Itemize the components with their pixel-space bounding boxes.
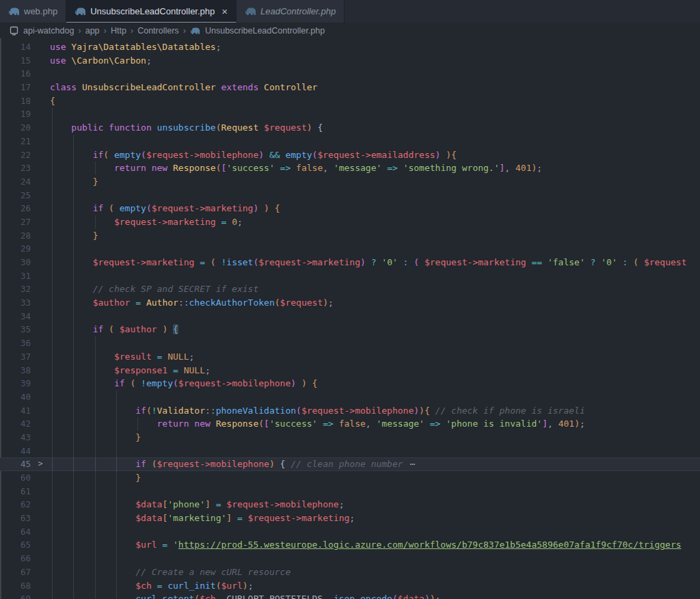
- tab-lead-controller[interactable]: LeadController.php: [237, 0, 345, 23]
- code-text: }: [50, 471, 700, 485]
- code-token: }: [135, 432, 141, 442]
- code-token: [50, 581, 135, 591]
- code-token: [269, 203, 275, 213]
- code-token: $request->mobilephone: [157, 459, 269, 469]
- code-text: [50, 242, 700, 256]
- code-token: curl_setopt: [135, 594, 194, 599]
- indent-guide: [73, 148, 74, 162]
- tab-label: LeadController.php: [260, 6, 336, 16]
- code-token: 401: [515, 163, 531, 173]
- code-token: empty: [285, 150, 312, 160]
- breadcrumb-item-project[interactable]: api-watchdog: [23, 26, 74, 36]
- code-text: [50, 336, 700, 350]
- indent-guide: [52, 215, 53, 229]
- indent-guide: [52, 417, 53, 431]
- code-text: [50, 390, 700, 404]
- line-number: 25: [0, 189, 31, 202]
- line-number: 63: [0, 511, 31, 525]
- fold-gutter: [31, 471, 50, 485]
- indent-guide: [73, 242, 74, 256]
- url-link[interactable]: https://prod-55.westeurope.logic.azure.c…: [178, 540, 682, 550]
- indent-guide: [95, 417, 96, 431]
- code-line: 19: [0, 107, 700, 121]
- code-editor[interactable]: 14use Yajra\Datatables\Datatables;15use …: [0, 38, 700, 599]
- code-token: ;: [328, 297, 334, 308]
- code-token: [50, 217, 114, 227]
- line-number: 34: [0, 310, 31, 323]
- code-line: 63 $data['marketing'] = $request->market…: [0, 511, 700, 525]
- breadcrumb-item-app[interactable]: app: [85, 26, 100, 36]
- code-token: {: [50, 96, 55, 106]
- breadcrumb-item-http[interactable]: Http: [111, 26, 126, 36]
- code-token: $ch: [135, 581, 151, 591]
- code-token: [307, 378, 312, 388]
- code-token: {: [312, 378, 318, 388]
- indent-guide: [52, 323, 53, 336]
- code-token: ): [296, 378, 307, 388]
- tab-unsubscribe-lead-controller[interactable]: UnsubscribeLeadController.php ×: [66, 0, 237, 23]
- indent-guide: [116, 390, 117, 404]
- code-token: // check if phone is israeli: [430, 405, 585, 416]
- code-token: ;: [189, 351, 195, 362]
- indent-guide: [116, 552, 117, 565]
- tab-web-php[interactable]: web.php: [0, 0, 66, 23]
- code-line: 14use Yajra\Datatables\Datatables;: [0, 40, 700, 54]
- fold-gutter: [31, 444, 50, 458]
- code-line: 68 $ch = curl_init($url);: [0, 579, 700, 593]
- line-number: 15: [0, 54, 31, 68]
- code-token: }: [135, 472, 141, 483]
- indent-guide: [73, 323, 74, 336]
- code-token: (: [152, 459, 157, 469]
- close-icon[interactable]: ×: [221, 6, 228, 16]
- code-token: [50, 324, 93, 334]
- code-token: [50, 257, 93, 267]
- indent-guide: [52, 485, 53, 498]
- code-line: 38 $response1 = NULL;: [0, 364, 700, 377]
- line-number: 20: [0, 121, 31, 135]
- code-token: ,: [323, 594, 334, 599]
- code-token: return: [157, 418, 195, 429]
- indent-guide: [95, 444, 96, 458]
- code-token: $ch: [200, 594, 215, 599]
- indent-guide: [116, 592, 117, 599]
- indent-guide: [116, 498, 117, 511]
- code-token: ): [360, 257, 366, 267]
- indent-guide: [73, 511, 74, 525]
- line-number: 40: [0, 390, 31, 404]
- code-line: 43 }: [0, 431, 700, 444]
- code-token: (: [146, 405, 152, 416]
- code-token: :: [617, 257, 633, 267]
- indent-guide: [95, 592, 96, 599]
- folded-code-badge[interactable]: ⋯: [410, 459, 416, 469]
- fold-gutter: [31, 107, 50, 121]
- code-text: curl_setopt($ch, CURLOPT_POSTFIELDS, jso…: [50, 592, 700, 599]
- code-token: =: [211, 499, 226, 509]
- code-token: $request->marketing: [152, 203, 254, 213]
- line-number: 26: [0, 202, 31, 215]
- indent-guide: [116, 471, 117, 485]
- fold-chevron-icon[interactable]: >: [31, 457, 50, 471]
- chevron-right-icon: ›: [78, 25, 81, 36]
- code-token: if: [114, 378, 125, 388]
- code-token: $request->mobilephone: [301, 405, 414, 416]
- file-icon: [10, 26, 18, 36]
- code-token: =>: [425, 418, 446, 429]
- indent-guide: [73, 256, 74, 269]
- breadcrumb-item-controllers[interactable]: Controllers: [137, 26, 178, 36]
- line-number: 22: [0, 148, 31, 162]
- code-token: !: [141, 378, 146, 388]
- code-token: {: [173, 324, 178, 334]
- code-line: 69 curl_setopt($ch, CURLOPT_POSTFIELDS, …: [0, 592, 700, 599]
- code-text: [50, 552, 700, 565]
- code-token: $request->mobilephone: [226, 499, 338, 509]
- line-number: 29: [0, 242, 31, 256]
- code-token: $request->marketing: [258, 257, 360, 267]
- code-token: =>: [381, 163, 403, 173]
- indent-guide: [116, 485, 117, 498]
- indent-guide: [73, 336, 74, 350]
- code-text: if ( empty($request->marketing) ) {: [50, 202, 700, 215]
- code-text: $request->marketing = 0;: [50, 215, 700, 229]
- breadcrumb-item-file[interactable]: UnsubscribeLeadController.php: [205, 26, 325, 36]
- line-number: 31: [0, 269, 31, 283]
- indent-guide: [116, 431, 117, 444]
